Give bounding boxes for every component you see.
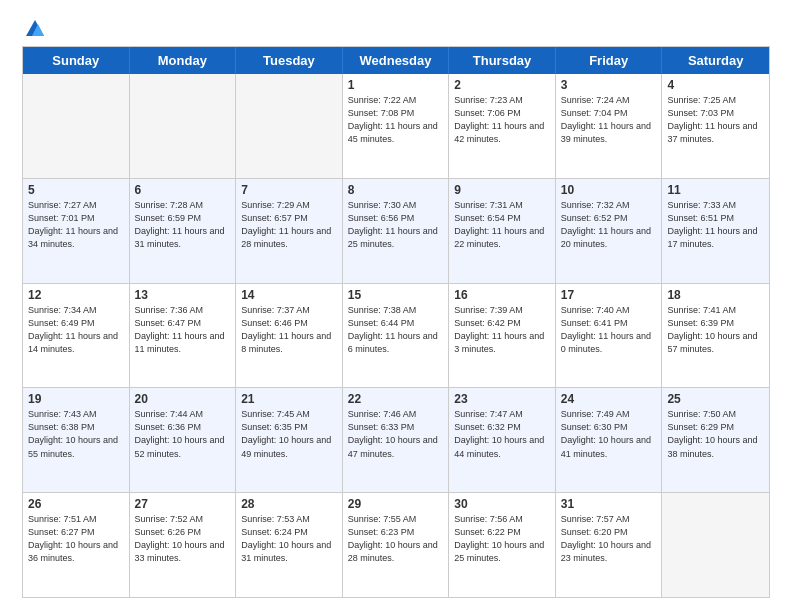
day-info: Sunrise: 7:39 AMSunset: 6:42 PMDaylight:… [454,304,550,356]
empty-cell [236,74,343,178]
day-number: 25 [667,392,764,406]
day-number: 31 [561,497,657,511]
day-cell-30: 30Sunrise: 7:56 AMSunset: 6:22 PMDayligh… [449,493,556,597]
day-number: 5 [28,183,124,197]
day-cell-13: 13Sunrise: 7:36 AMSunset: 6:47 PMDayligh… [130,284,237,388]
day-info: Sunrise: 7:29 AMSunset: 6:57 PMDaylight:… [241,199,337,251]
day-cell-7: 7Sunrise: 7:29 AMSunset: 6:57 PMDaylight… [236,179,343,283]
day-header-friday: Friday [556,47,663,74]
day-cell-22: 22Sunrise: 7:46 AMSunset: 6:33 PMDayligh… [343,388,450,492]
day-info: Sunrise: 7:57 AMSunset: 6:20 PMDaylight:… [561,513,657,565]
day-header-sunday: Sunday [23,47,130,74]
day-info: Sunrise: 7:44 AMSunset: 6:36 PMDaylight:… [135,408,231,460]
calendar-header: SundayMondayTuesdayWednesdayThursdayFrid… [23,47,769,74]
day-info: Sunrise: 7:43 AMSunset: 6:38 PMDaylight:… [28,408,124,460]
day-number: 6 [135,183,231,197]
day-number: 21 [241,392,337,406]
day-number: 19 [28,392,124,406]
calendar-row-4: 19Sunrise: 7:43 AMSunset: 6:38 PMDayligh… [23,387,769,492]
day-info: Sunrise: 7:23 AMSunset: 7:06 PMDaylight:… [454,94,550,146]
day-cell-26: 26Sunrise: 7:51 AMSunset: 6:27 PMDayligh… [23,493,130,597]
day-info: Sunrise: 7:49 AMSunset: 6:30 PMDaylight:… [561,408,657,460]
day-number: 30 [454,497,550,511]
day-info: Sunrise: 7:52 AMSunset: 6:26 PMDaylight:… [135,513,231,565]
day-cell-5: 5Sunrise: 7:27 AMSunset: 7:01 PMDaylight… [23,179,130,283]
calendar-row-5: 26Sunrise: 7:51 AMSunset: 6:27 PMDayligh… [23,492,769,597]
day-number: 20 [135,392,231,406]
day-info: Sunrise: 7:34 AMSunset: 6:49 PMDaylight:… [28,304,124,356]
day-cell-10: 10Sunrise: 7:32 AMSunset: 6:52 PMDayligh… [556,179,663,283]
day-number: 7 [241,183,337,197]
day-info: Sunrise: 7:45 AMSunset: 6:35 PMDaylight:… [241,408,337,460]
empty-cell [662,493,769,597]
day-cell-18: 18Sunrise: 7:41 AMSunset: 6:39 PMDayligh… [662,284,769,388]
day-cell-21: 21Sunrise: 7:45 AMSunset: 6:35 PMDayligh… [236,388,343,492]
day-cell-12: 12Sunrise: 7:34 AMSunset: 6:49 PMDayligh… [23,284,130,388]
day-info: Sunrise: 7:25 AMSunset: 7:03 PMDaylight:… [667,94,764,146]
day-number: 12 [28,288,124,302]
day-cell-19: 19Sunrise: 7:43 AMSunset: 6:38 PMDayligh… [23,388,130,492]
day-cell-27: 27Sunrise: 7:52 AMSunset: 6:26 PMDayligh… [130,493,237,597]
day-number: 23 [454,392,550,406]
logo-icon [24,18,46,40]
day-header-tuesday: Tuesday [236,47,343,74]
calendar-row-2: 5Sunrise: 7:27 AMSunset: 7:01 PMDaylight… [23,178,769,283]
day-number: 26 [28,497,124,511]
day-cell-14: 14Sunrise: 7:37 AMSunset: 6:46 PMDayligh… [236,284,343,388]
day-info: Sunrise: 7:37 AMSunset: 6:46 PMDaylight:… [241,304,337,356]
day-cell-15: 15Sunrise: 7:38 AMSunset: 6:44 PMDayligh… [343,284,450,388]
day-number: 10 [561,183,657,197]
day-cell-31: 31Sunrise: 7:57 AMSunset: 6:20 PMDayligh… [556,493,663,597]
day-cell-16: 16Sunrise: 7:39 AMSunset: 6:42 PMDayligh… [449,284,556,388]
day-header-saturday: Saturday [662,47,769,74]
day-header-thursday: Thursday [449,47,556,74]
day-number: 27 [135,497,231,511]
day-info: Sunrise: 7:53 AMSunset: 6:24 PMDaylight:… [241,513,337,565]
calendar-row-3: 12Sunrise: 7:34 AMSunset: 6:49 PMDayligh… [23,283,769,388]
day-number: 24 [561,392,657,406]
day-cell-23: 23Sunrise: 7:47 AMSunset: 6:32 PMDayligh… [449,388,556,492]
day-number: 16 [454,288,550,302]
day-cell-1: 1Sunrise: 7:22 AMSunset: 7:08 PMDaylight… [343,74,450,178]
day-info: Sunrise: 7:22 AMSunset: 7:08 PMDaylight:… [348,94,444,146]
day-number: 8 [348,183,444,197]
day-info: Sunrise: 7:50 AMSunset: 6:29 PMDaylight:… [667,408,764,460]
header [22,18,770,36]
day-cell-17: 17Sunrise: 7:40 AMSunset: 6:41 PMDayligh… [556,284,663,388]
day-info: Sunrise: 7:36 AMSunset: 6:47 PMDaylight:… [135,304,231,356]
day-number: 9 [454,183,550,197]
day-header-wednesday: Wednesday [343,47,450,74]
calendar-body: 1Sunrise: 7:22 AMSunset: 7:08 PMDaylight… [23,74,769,597]
day-cell-2: 2Sunrise: 7:23 AMSunset: 7:06 PMDaylight… [449,74,556,178]
day-info: Sunrise: 7:56 AMSunset: 6:22 PMDaylight:… [454,513,550,565]
day-cell-11: 11Sunrise: 7:33 AMSunset: 6:51 PMDayligh… [662,179,769,283]
day-info: Sunrise: 7:41 AMSunset: 6:39 PMDaylight:… [667,304,764,356]
empty-cell [130,74,237,178]
day-number: 17 [561,288,657,302]
calendar-row-1: 1Sunrise: 7:22 AMSunset: 7:08 PMDaylight… [23,74,769,178]
day-cell-9: 9Sunrise: 7:31 AMSunset: 6:54 PMDaylight… [449,179,556,283]
day-info: Sunrise: 7:24 AMSunset: 7:04 PMDaylight:… [561,94,657,146]
day-cell-4: 4Sunrise: 7:25 AMSunset: 7:03 PMDaylight… [662,74,769,178]
day-number: 28 [241,497,337,511]
day-cell-20: 20Sunrise: 7:44 AMSunset: 6:36 PMDayligh… [130,388,237,492]
empty-cell [23,74,130,178]
day-number: 1 [348,78,444,92]
day-number: 11 [667,183,764,197]
day-number: 22 [348,392,444,406]
day-cell-6: 6Sunrise: 7:28 AMSunset: 6:59 PMDaylight… [130,179,237,283]
logo [22,18,46,36]
day-cell-3: 3Sunrise: 7:24 AMSunset: 7:04 PMDaylight… [556,74,663,178]
day-cell-8: 8Sunrise: 7:30 AMSunset: 6:56 PMDaylight… [343,179,450,283]
day-number: 14 [241,288,337,302]
page: SundayMondayTuesdayWednesdayThursdayFrid… [0,0,792,612]
day-number: 2 [454,78,550,92]
day-info: Sunrise: 7:38 AMSunset: 6:44 PMDaylight:… [348,304,444,356]
day-info: Sunrise: 7:51 AMSunset: 6:27 PMDaylight:… [28,513,124,565]
day-cell-29: 29Sunrise: 7:55 AMSunset: 6:23 PMDayligh… [343,493,450,597]
day-number: 18 [667,288,764,302]
day-info: Sunrise: 7:46 AMSunset: 6:33 PMDaylight:… [348,408,444,460]
day-info: Sunrise: 7:33 AMSunset: 6:51 PMDaylight:… [667,199,764,251]
day-number: 29 [348,497,444,511]
day-number: 4 [667,78,764,92]
